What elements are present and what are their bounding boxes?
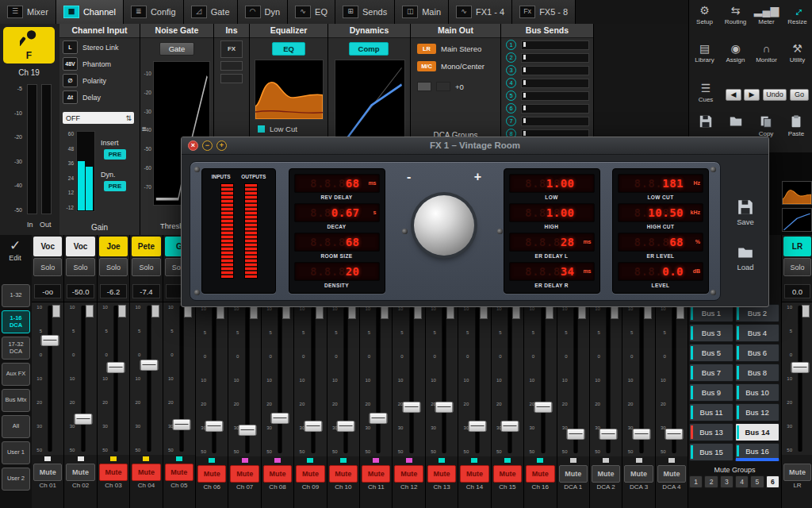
copy-button[interactable]: Copy: [751, 114, 781, 137]
save-scene-button[interactable]: [691, 114, 721, 130]
utility-button[interactable]: ⚒Utility: [782, 41, 812, 64]
mute-button[interactable]: Mute: [165, 464, 193, 481]
paste-button[interactable]: Paste: [781, 114, 811, 137]
solo-button[interactable]: Solo: [99, 258, 128, 276]
comp-button[interactable]: Comp: [349, 42, 389, 56]
sidebar-bus-mtx[interactable]: Bus Mtx: [2, 389, 30, 412]
mute-button[interactable]: Mute: [230, 465, 259, 483]
mute-button[interactable]: Mute: [132, 464, 160, 481]
mono-center-row[interactable]: M/C Mono/Center: [417, 61, 485, 71]
bus-button-16[interactable]: Bus 16: [735, 443, 779, 461]
insert-slot[interactable]: [220, 61, 243, 71]
fader-cap[interactable]: [304, 421, 322, 432]
fader-cap[interactable]: [238, 425, 256, 436]
mute-button[interactable]: Mute: [526, 465, 554, 483]
fader-cap[interactable]: [205, 421, 224, 432]
fader-track[interactable]: [409, 307, 413, 453]
setup-button[interactable]: ⚙Setup: [689, 3, 720, 25]
bus-send-meter[interactable]: [521, 79, 589, 88]
main-stereo-row[interactable]: LR Main Stereo: [417, 44, 481, 54]
bus-send-meter[interactable]: [521, 66, 589, 75]
fader-track[interactable]: [81, 306, 85, 452]
bus-button-5[interactable]: Bus 5: [689, 344, 733, 362]
minus-icon[interactable]: −: [202, 140, 213, 151]
bus-send-meter[interactable]: [521, 104, 589, 114]
scribble-strip[interactable]: Joe: [99, 237, 128, 256]
dyn-pre-button[interactable]: PRE: [104, 181, 126, 191]
fader-track[interactable]: [278, 307, 282, 453]
fader-cap[interactable]: [632, 429, 650, 440]
trim-meter-left[interactable]: [417, 82, 431, 91]
fader-cap[interactable]: [566, 429, 584, 440]
mute-button[interactable]: Mute: [33, 464, 62, 481]
go-button[interactable]: Go: [790, 89, 809, 101]
tab-main[interactable]: ◫Main: [395, 0, 449, 24]
master-scribble[interactable]: LR: [783, 237, 811, 256]
sidebar-1-32[interactable]: 1-32: [2, 284, 30, 307]
mute-group-5[interactable]: 5: [750, 475, 764, 488]
bus-button-9[interactable]: Bus 9: [689, 383, 733, 402]
meter-button[interactable]: ▂▄▆Meter: [751, 3, 782, 25]
mute-group-2[interactable]: 2: [704, 475, 718, 488]
polarity-button[interactable]: ∅: [63, 74, 78, 87]
fader-track[interactable]: [147, 306, 151, 452]
bus-button-7[interactable]: Bus 7: [689, 364, 733, 382]
bus-button-10[interactable]: Bus 10: [735, 383, 779, 402]
fader-cap[interactable]: [468, 421, 486, 432]
trim-meter-right[interactable]: [436, 82, 450, 91]
fader-cap[interactable]: [599, 429, 618, 440]
fader-cap[interactable]: [665, 429, 684, 440]
mute-group-6[interactable]: 6: [766, 475, 779, 488]
mute-button[interactable]: Mute: [197, 465, 226, 483]
bus-send-meter[interactable]: [521, 117, 589, 126]
mute-button[interactable]: Mute: [624, 465, 653, 483]
fader-track[interactable]: [114, 306, 118, 452]
assign-button[interactable]: ◉Assign: [720, 41, 751, 64]
fader-cap[interactable]: [435, 402, 454, 413]
mute-button[interactable]: Mute: [592, 465, 620, 483]
bus-button-13[interactable]: Bus 13: [689, 423, 733, 441]
tab-mixer[interactable]: ☰Mixer: [0, 0, 56, 24]
fader-cap[interactable]: [74, 414, 92, 425]
resize-button[interactable]: ↔Resize: [782, 3, 812, 25]
tab-config[interactable]: ≣Config: [124, 0, 184, 24]
insert-fx-slot[interactable]: FX: [220, 40, 243, 58]
bus-button-11[interactable]: Bus 11: [689, 403, 733, 421]
load-scene-button[interactable]: [721, 114, 751, 130]
bus-button-3[interactable]: Bus 3: [689, 324, 733, 342]
bus-button-14[interactable]: Bus 14: [735, 423, 779, 441]
tab-eq[interactable]: ∿EQ: [288, 0, 335, 24]
fader-cap[interactable]: [107, 362, 125, 373]
fader-cap[interactable]: [370, 413, 388, 424]
fader-track[interactable]: [442, 307, 446, 453]
bus-button-15[interactable]: Bus 15: [689, 443, 733, 461]
tab-sends[interactable]: ⊞Sends: [335, 0, 395, 24]
mute-group-3[interactable]: 3: [720, 475, 733, 488]
gate-button[interactable]: Gate: [159, 42, 194, 56]
stereo-link-button[interactable]: L: [63, 40, 78, 54]
mute-button[interactable]: Mute: [296, 465, 324, 483]
delay-button[interactable]: Δt: [63, 90, 78, 104]
close-icon[interactable]: ×: [188, 140, 198, 151]
tab-fx14[interactable]: ∿FX1 - 4: [449, 0, 512, 24]
mute-button[interactable]: Mute: [329, 465, 358, 483]
fader-cap[interactable]: [501, 421, 519, 432]
edit-button[interactable]: ✓ Edit: [2, 238, 29, 262]
eq-button[interactable]: EQ: [272, 42, 305, 56]
fader-cap[interactable]: [173, 419, 191, 430]
mute-button[interactable]: Mute: [559, 465, 588, 483]
sidebar-all[interactable]: All: [2, 415, 30, 438]
master-solo-button[interactable]: Solo: [783, 258, 811, 276]
bus-button-12[interactable]: Bus 12: [735, 403, 779, 421]
save-disk-icon[interactable]: [737, 198, 754, 216]
fader-track[interactable]: [377, 307, 381, 453]
transport-prev-button[interactable]: ◀: [726, 89, 741, 101]
bus-button-4[interactable]: Bus 4: [735, 324, 779, 342]
fader-cap[interactable]: [41, 335, 59, 346]
mute-button[interactable]: Mute: [493, 465, 522, 483]
bus-button-8[interactable]: Bus 8: [735, 364, 779, 382]
routing-button[interactable]: ⇆Routing: [720, 3, 751, 25]
master-fader-cap[interactable]: [791, 362, 809, 373]
library-button[interactable]: ▤Library: [689, 41, 720, 64]
master-eq-thumbnail[interactable]: [782, 181, 812, 205]
